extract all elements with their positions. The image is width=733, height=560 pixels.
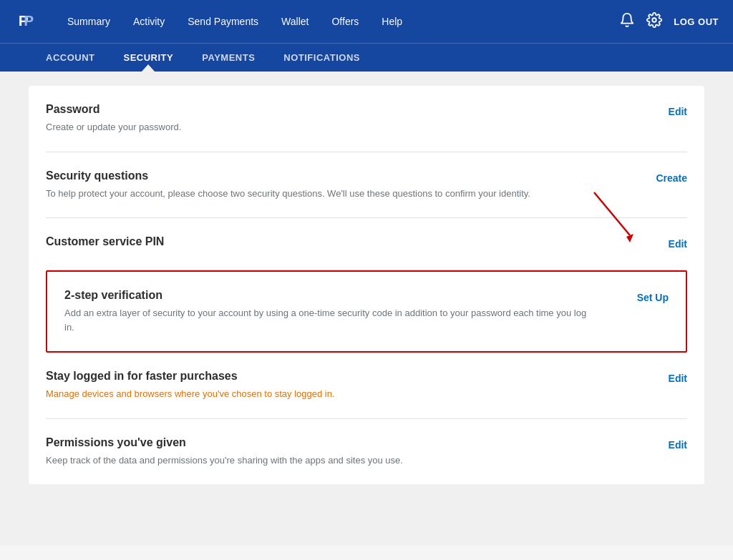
bell-icon[interactable]	[619, 12, 635, 31]
password-edit-button[interactable]: Edit	[644, 103, 687, 117]
nav-right: LOG OUT	[619, 12, 719, 31]
tab-security[interactable]: SECURITY	[121, 44, 177, 72]
security-questions-text: Security questions To help protect your …	[46, 170, 644, 201]
tab-account[interactable]: ACCOUNT	[43, 44, 98, 72]
nav-summary[interactable]: Summary	[57, 11, 120, 31]
security-questions-section: Security questions To help protect your …	[46, 152, 687, 219]
security-questions-desc: To help protect your account, please cho…	[46, 187, 583, 201]
customer-service-pin-text: Customer service PIN	[46, 235, 644, 252]
nav-send-payments[interactable]: Send Payments	[178, 11, 268, 31]
permissions-text: Permissions you've given Keep track of t…	[46, 436, 644, 468]
stay-logged-in-desc: Manage devices and browsers where you've…	[46, 387, 583, 401]
svg-point-3	[653, 18, 657, 22]
customer-service-pin-section: Customer service PIN Edit	[46, 218, 687, 270]
nav-wallet[interactable]: Wallet	[271, 11, 319, 31]
permissions-section: Permissions you've given Keep track of t…	[46, 419, 687, 485]
top-navigation: P P Summary Activity Send Payments Walle…	[0, 0, 733, 43]
nav-activity[interactable]: Activity	[123, 11, 175, 31]
two-step-verification-setup-button[interactable]: Set Up	[626, 289, 669, 303]
two-step-verification-section: 2-step verification Add an extra layer o…	[47, 272, 686, 351]
stay-logged-in-text: Stay logged in for faster purchases Mana…	[46, 370, 644, 401]
content-card: Password Create or update your password.…	[29, 86, 704, 484]
main-content: Password Create or update your password.…	[0, 72, 733, 546]
nav-offers[interactable]: Offers	[321, 11, 369, 31]
tab-payments[interactable]: PAYMENTS	[199, 44, 258, 72]
security-questions-title: Security questions	[46, 170, 616, 182]
sub-navigation: ACCOUNT SECURITY PAYMENTS NOTIFICATIONS	[0, 43, 733, 72]
logout-button[interactable]: LOG OUT	[674, 16, 719, 27]
two-step-verification-title: 2-step verification	[64, 289, 597, 302]
stay-logged-in-edit-button[interactable]: Edit	[644, 370, 687, 384]
permissions-title: Permissions you've given	[46, 436, 616, 449]
stay-logged-in-section: Stay logged in for faster purchases Mana…	[46, 353, 687, 419]
tab-notifications[interactable]: NOTIFICATIONS	[281, 44, 363, 72]
stay-logged-in-title: Stay logged in for faster purchases	[46, 370, 616, 383]
gear-icon[interactable]	[646, 12, 662, 31]
password-desc: Create or update your password.	[46, 120, 583, 134]
permissions-desc: Keep track of the data and permissions y…	[46, 453, 583, 468]
two-step-verification-highlighted-box: 2-step verification Add an extra layer o…	[46, 270, 687, 353]
svg-text:P: P	[24, 12, 34, 29]
two-step-verification-desc: Add an extra layer of security to your a…	[64, 306, 597, 334]
two-step-verification-text: 2-step verification Add an extra layer o…	[64, 289, 626, 334]
password-section: Password Create or update your password.…	[46, 86, 687, 152]
password-title: Password	[46, 103, 616, 116]
password-text: Password Create or update your password.	[46, 103, 644, 134]
security-questions-create-button[interactable]: Create	[644, 170, 687, 184]
paypal-logo[interactable]: P P	[14, 7, 57, 36]
permissions-edit-button[interactable]: Edit	[644, 436, 687, 451]
customer-service-pin-title: Customer service PIN	[46, 235, 616, 248]
nav-help[interactable]: Help	[372, 11, 412, 31]
customer-service-pin-edit-button[interactable]: Edit	[644, 235, 687, 250]
nav-links: Summary Activity Send Payments Wallet Of…	[57, 11, 619, 31]
